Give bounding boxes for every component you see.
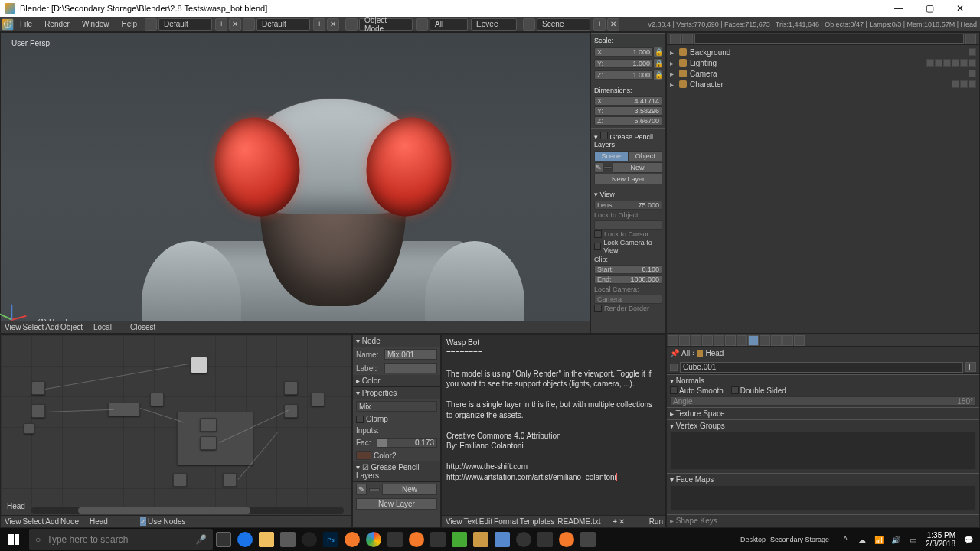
te-format[interactable]: Format [494,517,518,526]
clamp-check[interactable] [356,416,364,423]
gp-object-btn[interactable]: Object [629,151,663,161]
tray-lang-icon[interactable]: ▭ [906,533,920,546]
proptab-layers-icon[interactable] [679,335,690,346]
gp-panel-title[interactable]: ▾ ☑ Grease Pencil Layers [353,461,440,482]
node[interactable] [31,381,45,395]
outliner-item-lighting[interactable]: ▸Lighting [668,57,978,68]
dblsided-check[interactable] [731,386,739,394]
node[interactable] [311,393,325,406]
vh-view[interactable]: View [5,323,21,331]
outliner-opt-icon[interactable] [965,34,976,44]
tray-volume-icon[interactable]: 🔊 [889,533,903,546]
node[interactable] [200,418,217,432]
tb-app-icon[interactable] [470,528,492,551]
restrict-view-icon[interactable] [952,80,959,88]
te-view[interactable]: View [446,517,462,526]
bc-pin-icon[interactable]: 📌 [670,349,679,357]
gp-new-btn[interactable]: New [612,162,662,173]
layout2-add-icon[interactable]: + [313,18,325,31]
layout-remove-icon[interactable]: ✕ [229,18,241,31]
outliner-item-background[interactable]: ▸Background [668,47,978,57]
tb-app-icon[interactable] [492,528,513,551]
proptab-data-icon[interactable] [748,335,759,346]
vis-icon[interactable] [960,59,968,67]
facemaps-title[interactable]: ▾ Face Maps [670,475,976,484]
scale-lock-icon[interactable]: 🔒 [653,70,662,80]
mode-dropdown[interactable]: Object Mode [359,18,413,31]
proptab-modifiers-icon[interactable] [737,335,747,346]
tray-cloud-icon[interactable]: ☁ [855,533,869,546]
tb-app-icon[interactable] [449,528,470,551]
tb-explorer-icon[interactable] [256,528,277,551]
te-text[interactable]: Text [464,517,478,526]
scale-z-field[interactable]: Z:1.000 [594,70,653,80]
run-btn[interactable]: Run [649,517,663,526]
scene-browse-icon[interactable] [523,18,535,31]
ne-view[interactable]: View [5,517,21,526]
outliner-search[interactable] [694,34,964,44]
facemaps-list[interactable] [670,485,976,511]
menu-file[interactable]: File [14,20,38,28]
pencil-icon[interactable]: ✎ [356,484,367,495]
vgroups-list[interactable] [670,432,976,470]
ne-node[interactable]: Node [60,517,79,526]
node-label-field[interactable] [384,363,437,373]
node[interactable] [191,357,207,373]
scale-y-field[interactable]: Y:1.000 [594,59,653,68]
tray-label[interactable]: Secondary Storage [770,536,829,543]
proptab-material-icon[interactable] [760,335,770,346]
vis-icon[interactable] [943,59,951,67]
gp-title[interactable]: ▾ Grease Pencil Layers [594,130,662,150]
scale-lock-icon[interactable]: 🔒 [653,47,662,57]
outliner-filter-icon[interactable] [682,34,693,44]
lock-camera-check[interactable] [594,243,601,250]
vis-icon[interactable] [969,59,976,67]
proptab-render-icon[interactable] [668,335,678,346]
tb-ps-icon[interactable]: Ps [320,528,341,551]
tb-app-icon[interactable] [577,528,599,551]
tray-network-icon[interactable]: 📶 [872,533,886,546]
menu-render[interactable]: Render [38,20,76,28]
blender-logo-icon[interactable]: ⓘ [2,18,14,31]
start-button[interactable] [0,528,28,551]
layout2-browse-icon[interactable] [243,18,255,31]
vis-icon[interactable] [952,59,959,67]
gp-newlayer-btn[interactable]: New Layer [356,498,437,510]
node-canvas[interactable]: Head [1,335,351,515]
tb-app-icon[interactable] [556,528,577,551]
mesh-name-field[interactable]: Cube.001 [680,362,963,373]
text-file-field[interactable]: README.txt [557,517,611,526]
vh-add[interactable]: Add [45,323,59,331]
renderborder-check[interactable] [594,305,602,312]
node[interactable] [31,404,45,418]
vis-icon[interactable] [969,80,976,88]
task-view-icon[interactable] [213,528,234,551]
tray-up-icon[interactable]: ^ [838,533,852,546]
browse-icon[interactable] [603,166,612,169]
ne-select[interactable]: Select [23,517,44,526]
normals-title[interactable]: ▾ Normals [670,377,976,385]
proptab-scene-icon[interactable] [691,335,701,346]
outliner-item-character[interactable]: ▸Character [668,79,978,90]
vis-icon[interactable] [960,80,968,88]
proptab-physics-icon[interactable] [794,335,805,346]
tb-app-icon[interactable] [427,528,449,551]
scene-dropdown[interactable]: Scene [537,18,590,31]
material-dropdown[interactable]: Head [90,517,136,526]
tb-app-icon[interactable] [406,528,427,551]
node[interactable] [173,473,187,487]
dim-z-field[interactable]: Z:5.66700 [594,116,662,126]
scale-lock-icon[interactable]: 🔒 [653,58,662,69]
clip-end-field[interactable]: End:1000.000 [594,275,662,284]
bc-all[interactable]: All [681,349,690,357]
mix-type-dropdown[interactable]: Mix [356,401,437,412]
restrict-view-icon[interactable] [969,48,976,56]
orientation-dropdown[interactable]: Local [93,323,124,331]
mesh-f-btn[interactable]: F [965,362,976,372]
bc-obj[interactable]: Head [705,349,724,357]
layout2-remove-icon[interactable]: ✕ [327,18,339,31]
tray-label[interactable]: Desktop [740,536,766,543]
pencil-icon[interactable]: ✎ [594,162,603,173]
node-panel-title[interactable]: ▾ Node [353,335,440,347]
node[interactable] [200,436,217,450]
